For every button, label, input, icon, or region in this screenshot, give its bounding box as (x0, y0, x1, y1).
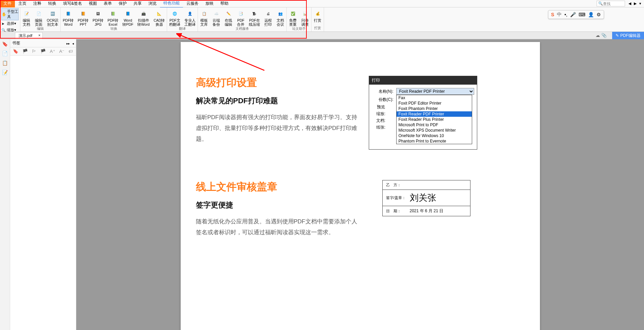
document-tab-label: 演示.pdf (19, 34, 32, 38)
printer-opt-onenote[interactable]: OneNote for Windows 10 (397, 133, 472, 138)
pdf-translate-button[interactable]: 🌐PDF文 档翻译 (167, 8, 182, 26)
pdf-to-word-button[interactable]: 📘PDF转 Word (61, 8, 76, 26)
online-edit-icon: ✏️ (224, 9, 233, 18)
search-box[interactable]: 🔍 (597, 1, 625, 6)
chevron-down-icon[interactable]: ▾ (639, 1, 642, 6)
printer-opt-mspdf[interactable]: Microsoft Print to PDF (397, 122, 472, 128)
menu-annot[interactable]: 注释 (30, 0, 45, 7)
word-to-pdf-button[interactable]: 📘Word 转PDF (120, 8, 135, 26)
doc-meeting-button[interactable]: 👥文档 会议 (274, 8, 286, 26)
pen-icon: ✎ (616, 33, 619, 38)
printer-opt-editor[interactable]: Foxit PDF Editor Printer (397, 101, 472, 106)
document-viewer[interactable]: 高级打印设置 解决常见的PDF打印难题 福昕PDF阅读器拥有强大的打印功能，界面… (76, 39, 644, 330)
ime-mic-icon[interactable]: 🎤 (570, 12, 576, 17)
select-tool[interactable]: ➤选择 ▾ (1, 20, 19, 27)
chevron-left-icon[interactable]: ◀ (628, 1, 632, 6)
pdf-editor-button[interactable]: ✎ PDF编辑器 (612, 32, 644, 39)
edit-page-button[interactable]: 📄编辑 页面 (33, 8, 45, 26)
online-edit-button[interactable]: ✏️在线 编辑 (222, 8, 235, 26)
printer-opt-readerplus[interactable]: Foxit Reader Plus Printer (397, 117, 472, 122)
ppt-icon: 📙 (79, 9, 87, 18)
survey-button[interactable]: 📊问卷 调查 (299, 8, 311, 26)
hand-tool[interactable]: ✋手型工具 (1, 8, 19, 20)
menu-browse[interactable]: 浏览 (145, 0, 160, 7)
ime-user-icon[interactable]: 👤 (588, 12, 594, 17)
add-bookmark-icon[interactable]: 🔖 (13, 49, 18, 54)
printer-select[interactable]: Foxit Reader PDF Printer (396, 88, 474, 95)
bm-flag3-icon[interactable]: 🏴 (40, 49, 46, 54)
menu-convert[interactable]: 转换 (45, 0, 60, 7)
menu-slide[interactable]: 放映 (202, 0, 217, 7)
remote-print-icon: 🖨 (264, 9, 272, 18)
ime-punct-icon[interactable]: •, (564, 12, 567, 17)
attachment-icon[interactable]: 📎 (601, 33, 607, 38)
ime-toolbar[interactable]: S 中 •, 🎤 ⌨ 👤 ⚙ (548, 10, 604, 19)
pdf-compress-button[interactable]: 🗜PDF在 线压缩 (247, 8, 262, 26)
font-smaller-icon[interactable]: A⁻ (59, 49, 65, 54)
ime-lang[interactable]: 中 (557, 12, 562, 18)
bm-mark-icon[interactable]: 🏷 (68, 49, 73, 54)
pdf-to-jpg-button[interactable]: 🖼PDF转 JPG (90, 8, 105, 26)
menu-help[interactable]: 帮助 (217, 0, 232, 7)
template-icon: 📋 (200, 9, 208, 18)
menu-protect[interactable]: 保护 (115, 0, 130, 7)
ime-keyboard-icon[interactable]: ⌨ (579, 12, 585, 17)
menu-share[interactable]: 共享 (130, 0, 145, 7)
menu-file[interactable]: 文件 (0, 0, 15, 7)
page-thumbs-icon[interactable]: 📄 (2, 51, 8, 57)
font-bigger-icon[interactable]: A⁺ (50, 49, 55, 54)
pdf-to-excel-button[interactable]: 📗PDF转 Excel (105, 8, 120, 26)
printer-name-label: 名称(N): (375, 89, 394, 94)
menu-cloud[interactable]: 云服务 (183, 0, 202, 7)
cursor-icon: ➤ (1, 22, 6, 26)
menu-view[interactable]: 视图 (85, 0, 100, 7)
bm-flag1-icon[interactable]: 🏴 (22, 49, 28, 54)
reward-button[interactable]: 💰打赏 (311, 8, 324, 26)
printer-opt-phantom[interactable]: Foxit Phantom Printer (397, 106, 472, 111)
check-icon: ✅ (289, 9, 297, 18)
pro-translate-button[interactable]: 👤专业人 工翻译 (182, 8, 198, 26)
pdf-page: 高级打印设置 解决常见的PDF打印难题 福昕PDF阅读器拥有强大的打印功能，界面… (181, 42, 540, 330)
remote-print-button[interactable]: 🖨远程 打印 (262, 8, 274, 26)
free-check-button[interactable]: ✅免费 查重 (287, 8, 299, 26)
panel-collapse-icon[interactable]: ▸▸ (66, 42, 70, 45)
clipboard-icon[interactable]: 📋 (2, 60, 8, 66)
section2-heading: 线上文件审核盖章 (196, 180, 359, 194)
pdf-merge-button[interactable]: 📑PDF 合并 (235, 8, 247, 26)
printer-opt-fax[interactable]: Fax (397, 95, 472, 101)
printer-opt-reader[interactable]: Foxit Reader PDF Printer (397, 111, 472, 117)
pdf-to-ppt-button[interactable]: 📙PDF转 PPT (76, 8, 90, 26)
ribbon-edit-group: 📝编辑 文档 📄编辑 页面 🔤OCR识 别文本 编辑 (20, 7, 61, 31)
menu-special[interactable]: 特色功能 (160, 0, 183, 8)
search-input[interactable] (603, 2, 623, 6)
cad-convert-button[interactable]: 📐CAD转 换器 (152, 8, 167, 26)
ocr-button[interactable]: 🔤OCR识 别文本 (45, 8, 60, 26)
template-lib-button[interactable]: 📋模板 文库 (198, 8, 210, 26)
edit-group-label: 编辑 (20, 26, 60, 31)
document-tab[interactable]: 演示.pdf × (15, 32, 43, 39)
edit-page-icon: 📄 (35, 9, 43, 18)
ime-settings-icon[interactable]: ⚙ (597, 12, 601, 17)
jpg-icon: 🖼 (94, 9, 102, 18)
printer-opt-xps[interactable]: Microsoft XPS Document Writer (397, 128, 472, 133)
cad-icon: 📐 (155, 9, 163, 18)
panel-menu-icon[interactable]: ◂ (72, 42, 74, 45)
chevron-right-icon[interactable]: ▶ (633, 1, 637, 6)
print-side-labels: 预览 缩放: 文档: 纸张: (369, 104, 393, 131)
thesis-group-label: 论文助手 (287, 26, 311, 31)
cloud-backup-button[interactable]: ☁️云端 备份 (210, 8, 222, 26)
menu-table[interactable]: 表单 (100, 0, 115, 7)
printer-dropdown[interactable]: Fax Foxit PDF Editor Printer Foxit Phant… (396, 95, 472, 144)
printer-opt-evernote[interactable]: Phantom Print to Evernote (397, 138, 472, 144)
bookmark-tab-icon[interactable]: 🔖 (2, 41, 8, 47)
menu-fill[interactable]: 填写&签名 (60, 0, 85, 7)
edit-doc-icon: 📝 (22, 9, 31, 18)
translate-icon: 🌐 (171, 9, 179, 18)
close-tab-icon[interactable]: × (38, 33, 40, 37)
cloud-sync-icon[interactable]: ☁ (596, 33, 600, 38)
bm-flag2-icon[interactable]: 🏳 (32, 49, 36, 54)
menu-home[interactable]: 主页 (15, 0, 30, 7)
edit-doc-button[interactable]: 📝编辑 文档 (20, 8, 33, 26)
note-icon[interactable]: 📝 (2, 70, 8, 76)
scan-to-word-button[interactable]: 📠扫描件 转Word (135, 8, 152, 26)
